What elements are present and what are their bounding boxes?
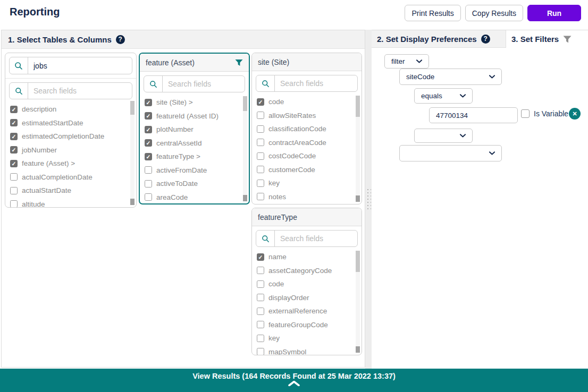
scrollbar-thumb[interactable] [356, 251, 360, 272]
field-search-input[interactable] [28, 83, 132, 99]
field-checkbox[interactable] [257, 193, 264, 200]
field-row[interactable]: classificationCode [257, 122, 362, 136]
field-row[interactable]: key [257, 176, 362, 190]
field-checkbox[interactable] [10, 133, 18, 140]
field-checkbox[interactable] [145, 99, 152, 106]
is-variable-checkbox[interactable] [521, 109, 530, 118]
field-checkbox[interactable] [10, 119, 18, 126]
scrollbar-end[interactable] [243, 195, 247, 201]
search-icon[interactable] [256, 75, 275, 91]
filter-operator-dropdown[interactable]: equals [414, 88, 473, 104]
field-row[interactable]: code [257, 277, 362, 291]
copy-results-button[interactable]: Copy Results [465, 5, 523, 21]
field-checkbox[interactable] [10, 187, 18, 194]
filter-icon[interactable] [235, 59, 243, 66]
remove-filter-button[interactable]: ✕ [569, 108, 581, 120]
field-checkbox[interactable] [145, 180, 152, 188]
field-row[interactable]: costCodeCode [257, 149, 362, 163]
field-row[interactable]: areaCode [145, 191, 249, 204]
field-checkbox[interactable] [145, 112, 152, 120]
splitter-drag-handle[interactable] [366, 188, 371, 210]
field-row[interactable]: altitude [10, 198, 136, 208]
field-row[interactable]: featureType > [145, 150, 249, 164]
field-checkbox[interactable] [257, 253, 264, 261]
field-checkbox[interactable] [145, 166, 152, 174]
filter-field-dropdown-empty[interactable] [399, 145, 502, 161]
field-row[interactable]: plotNumber [145, 123, 249, 137]
field-row[interactable]: code [257, 95, 362, 109]
field-row[interactable]: assetCategoryCode [257, 264, 362, 278]
field-checkbox[interactable] [257, 98, 264, 106]
filter-operator-dropdown-empty[interactable] [414, 129, 473, 143]
field-row[interactable]: displayOrder [257, 291, 362, 305]
field-row[interactable]: actualStartDate [10, 184, 136, 198]
field-row[interactable]: contractAreaCode [257, 136, 362, 150]
field-checkbox[interactable] [10, 146, 18, 154]
scrollbar-end[interactable] [356, 346, 360, 353]
field-checkbox[interactable] [257, 294, 264, 301]
field-checkbox[interactable] [10, 173, 18, 181]
scrollbar[interactable] [356, 251, 360, 353]
help-icon[interactable]: ? [481, 35, 490, 44]
field-row[interactable]: description [10, 103, 136, 116]
field-checkbox[interactable] [257, 180, 264, 187]
field-checkbox[interactable] [257, 267, 264, 274]
field-checkbox[interactable] [145, 193, 152, 201]
field-row[interactable]: customerCode [257, 163, 362, 177]
field-row[interactable]: key [257, 331, 362, 345]
field-row[interactable]: centralAssetId [145, 137, 249, 150]
search-icon[interactable] [144, 76, 163, 92]
field-checkbox[interactable] [145, 139, 152, 147]
search-icon[interactable] [256, 231, 275, 246]
field-row[interactable]: name [257, 250, 362, 264]
scrollbar-end[interactable] [356, 195, 360, 202]
field-row[interactable]: estimatedCompletionDate [10, 130, 136, 143]
scrollbar[interactable] [243, 96, 247, 201]
scrollbar[interactable] [356, 96, 360, 202]
help-icon[interactable]: ? [116, 35, 125, 44]
field-row[interactable]: activeToDate [145, 177, 249, 191]
field-search-input[interactable] [275, 75, 357, 91]
field-row[interactable]: site (Site) > [145, 96, 249, 109]
filter-value-input[interactable] [429, 107, 518, 123]
tab-display-preferences[interactable]: 2. Set Display Preferences ? [372, 30, 506, 48]
filter-logic-dropdown[interactable]: filter [384, 54, 429, 69]
field-row[interactable]: externalReference [257, 304, 362, 318]
field-checkbox[interactable] [10, 200, 18, 208]
field-row[interactable]: feature (Asset) > [10, 157, 136, 171]
field-row[interactable]: jobNumber [10, 143, 136, 157]
field-search-input[interactable] [275, 231, 357, 246]
scrollbar[interactable] [130, 101, 135, 205]
field-checkbox[interactable] [10, 160, 18, 167]
field-row[interactable]: actualCompletionDate [10, 171, 136, 184]
chevron-up-icon[interactable] [0, 381, 588, 386]
field-checkbox[interactable] [145, 153, 152, 160]
scrollbar-end[interactable] [130, 199, 135, 205]
field-row[interactable]: allowSiteRates [257, 109, 362, 123]
field-checkbox[interactable] [257, 335, 264, 342]
field-checkbox[interactable] [257, 280, 264, 288]
filter-field-dropdown[interactable]: siteCode [399, 69, 502, 85]
field-row[interactable]: featureGroupCode [257, 318, 362, 332]
field-checkbox[interactable] [257, 166, 264, 173]
field-checkbox[interactable] [145, 126, 152, 133]
search-icon[interactable] [10, 57, 28, 74]
run-button[interactable]: Run [527, 5, 581, 21]
field-row[interactable]: notes [257, 190, 362, 204]
table-search-input[interactable] [28, 57, 132, 74]
field-checkbox[interactable] [257, 139, 264, 146]
field-checkbox[interactable] [257, 125, 264, 133]
field-row[interactable]: activeFromDate [145, 164, 249, 177]
field-checkbox[interactable] [257, 112, 264, 119]
field-row[interactable]: estimatedStartDate [10, 116, 136, 130]
view-results-bar[interactable]: View Results (164 Records Found at 25 Ma… [0, 369, 588, 392]
search-icon[interactable] [10, 83, 28, 99]
field-checkbox[interactable] [257, 152, 264, 160]
field-row[interactable]: featureId (Asset ID) [145, 109, 249, 123]
field-search-input[interactable] [163, 76, 245, 92]
tab-set-filters[interactable]: 3. Set Filters [506, 30, 588, 48]
print-results-button[interactable]: Print Results [405, 5, 460, 21]
field-checkbox[interactable] [257, 308, 264, 315]
scrollbar-thumb[interactable] [130, 101, 135, 115]
field-checkbox[interactable] [10, 106, 18, 113]
